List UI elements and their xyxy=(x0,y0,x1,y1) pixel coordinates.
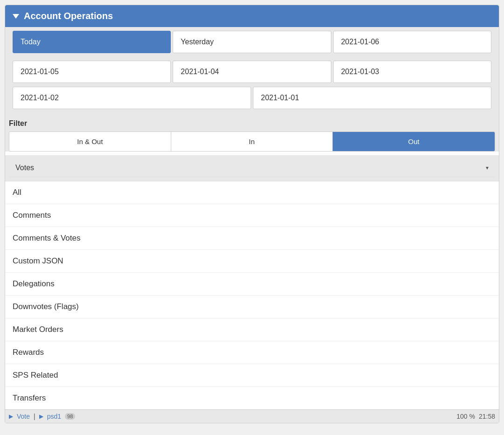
date-20210101-button[interactable]: 2021-01-01 xyxy=(253,87,491,109)
date-20210104-button[interactable]: 2021-01-04 xyxy=(173,61,331,83)
dropdown-item-rewards[interactable]: Rewards xyxy=(5,341,499,364)
filter-out-button[interactable]: Out xyxy=(333,132,495,151)
filter-section: Filter In & Out In Out xyxy=(5,113,499,152)
panel-title: Account Operations xyxy=(24,11,113,21)
main-container: Account Operations Today Yesterday 2021-… xyxy=(5,5,499,423)
votes-dropdown-section: Votes ▾ xyxy=(5,155,499,181)
dropdown-item-transfers[interactable]: Transfers xyxy=(5,387,499,409)
votes-arrow-icon: ▾ xyxy=(486,165,489,171)
filter-buttons-group: In & Out In Out xyxy=(9,131,495,152)
time-value: 21:58 xyxy=(479,413,495,420)
dropdown-item-market-orders[interactable]: Market Orders xyxy=(5,318,499,341)
date-grid-row1: Today Yesterday 2021-01-06 xyxy=(9,27,495,57)
filter-in-button[interactable]: In xyxy=(171,132,333,151)
date-grid-row2: 2021-01-05 2021-01-04 2021-01-03 xyxy=(9,57,495,87)
separator: | xyxy=(34,413,35,420)
date-20210102-button[interactable]: 2021-01-02 xyxy=(13,87,251,109)
dropdown-item-custom-json[interactable]: Custom JSON xyxy=(5,250,499,273)
play-icon-2[interactable]: ▶ xyxy=(39,413,43,420)
panel-header: Account Operations xyxy=(5,5,499,27)
date-20210106-button[interactable]: 2021-01-06 xyxy=(333,31,491,53)
dropdown-list: All Comments Comments & Votes Custom JSO… xyxy=(5,181,499,409)
account-operations-panel: Account Operations Today Yesterday 2021-… xyxy=(5,5,499,423)
user-badge: 98 xyxy=(65,413,75,420)
date-section: Today Yesterday 2021-01-06 2021-01-05 20… xyxy=(5,27,499,113)
bottom-row: ▶ Vote | ▶ psd1 98 100 % 21:58 xyxy=(5,409,499,423)
date-yesterday-button[interactable]: Yesterday xyxy=(173,31,331,53)
dropdown-item-sps-related[interactable]: SPS Related xyxy=(5,364,499,387)
user-link[interactable]: psd1 xyxy=(47,413,61,420)
votes-dropdown-trigger[interactable]: Votes ▾ xyxy=(9,159,495,177)
date-grid-row3: 2021-01-02 2021-01-01 xyxy=(9,87,495,113)
play-icon[interactable]: ▶ xyxy=(9,413,13,420)
filter-label: Filter xyxy=(9,117,495,131)
votes-label: Votes xyxy=(15,164,34,172)
filter-in-and-out-button[interactable]: In & Out xyxy=(9,132,171,151)
dropdown-item-comments-votes[interactable]: Comments & Votes xyxy=(5,227,499,250)
vote-type-label: Vote xyxy=(17,413,30,420)
chevron-down-icon xyxy=(13,14,19,19)
date-20210103-button[interactable]: 2021-01-03 xyxy=(333,61,491,83)
dropdown-item-delegations[interactable]: Delegations xyxy=(5,273,499,296)
dropdown-item-comments[interactable]: Comments xyxy=(5,204,499,227)
dropdown-item-downvotes[interactable]: Downvotes (Flags) xyxy=(5,296,499,318)
percent-value: 100 % xyxy=(456,413,475,420)
date-20210105-button[interactable]: 2021-01-05 xyxy=(13,61,171,83)
date-today-button[interactable]: Today xyxy=(13,31,171,53)
dropdown-item-all[interactable]: All xyxy=(5,181,499,204)
